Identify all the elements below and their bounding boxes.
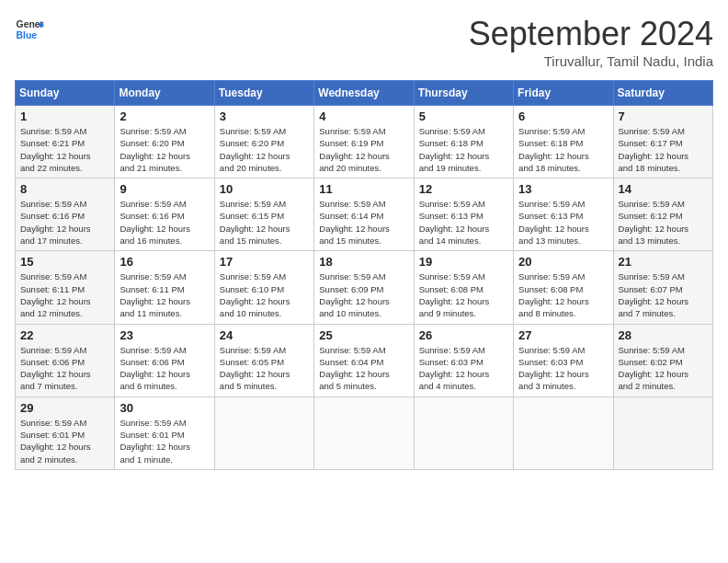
empty-cell-2	[314, 396, 414, 469]
col-friday: Friday	[514, 81, 613, 106]
calendar-table: Sunday Monday Tuesday Wednesday Thursday…	[15, 80, 713, 470]
empty-cell-4	[514, 396, 613, 469]
month-title: September 2024	[469, 15, 713, 53]
day-19: 19 Sunrise: 5:59 AMSunset: 6:08 PMDaylig…	[414, 251, 513, 324]
svg-text:Blue: Blue	[17, 30, 38, 40]
logo: General Blue	[15, 15, 44, 44]
day-28: 28 Sunrise: 5:59 AMSunset: 6:02 PMDaylig…	[613, 324, 712, 396]
day-21: 21 Sunrise: 5:59 AMSunset: 6:07 PMDaylig…	[613, 251, 712, 324]
day-30: 30 Sunrise: 5:59 AMSunset: 6:01 PMDaylig…	[115, 396, 214, 469]
header-row: Sunday Monday Tuesday Wednesday Thursday…	[16, 81, 713, 106]
day-3: 3 Sunrise: 5:59 AMSunset: 6:20 PMDayligh…	[214, 106, 313, 178]
day-9: 9 Sunrise: 5:59 AMSunset: 6:16 PMDayligh…	[115, 178, 214, 251]
day-17: 17 Sunrise: 5:59 AMSunset: 6:10 PMDaylig…	[214, 251, 313, 324]
day-15: 15 Sunrise: 5:59 AMSunset: 6:11 PMDaylig…	[16, 251, 115, 324]
empty-cell-1	[214, 396, 313, 469]
logo-icon: General Blue	[15, 15, 44, 44]
week-row-5: 29 Sunrise: 5:59 AMSunset: 6:01 PMDaylig…	[16, 396, 713, 469]
col-thursday: Thursday	[414, 81, 513, 106]
col-sunday: Sunday	[16, 81, 115, 106]
day-7: 7 Sunrise: 5:59 AMSunset: 6:17 PMDayligh…	[613, 106, 712, 178]
subtitle: Tiruvallur, Tamil Nadu, India	[469, 53, 713, 69]
day-23: 23 Sunrise: 5:59 AMSunset: 6:06 PMDaylig…	[115, 324, 214, 396]
day-24: 24 Sunrise: 5:59 AMSunset: 6:05 PMDaylig…	[214, 324, 313, 396]
week-row-2: 8 Sunrise: 5:59 AMSunset: 6:16 PMDayligh…	[16, 178, 713, 251]
week-row-3: 15 Sunrise: 5:59 AMSunset: 6:11 PMDaylig…	[16, 251, 713, 324]
header: General Blue September 2024 Tiruvallur, …	[15, 15, 713, 69]
day-14: 14 Sunrise: 5:59 AMSunset: 6:12 PMDaylig…	[613, 178, 712, 251]
title-area: September 2024 Tiruvallur, Tamil Nadu, I…	[469, 15, 713, 69]
day-1: 1 Sunrise: 5:59 AMSunset: 6:21 PMDayligh…	[16, 106, 115, 178]
col-wednesday: Wednesday	[314, 81, 414, 106]
day-10: 10 Sunrise: 5:59 AMSunset: 6:15 PMDaylig…	[214, 178, 313, 251]
day-26: 26 Sunrise: 5:59 AMSunset: 6:03 PMDaylig…	[414, 324, 513, 396]
day-29: 29 Sunrise: 5:59 AMSunset: 6:01 PMDaylig…	[16, 396, 115, 469]
day-16: 16 Sunrise: 5:59 AMSunset: 6:11 PMDaylig…	[115, 251, 214, 324]
week-row-1: 1 Sunrise: 5:59 AMSunset: 6:21 PMDayligh…	[16, 106, 713, 178]
day-12: 12 Sunrise: 5:59 AMSunset: 6:13 PMDaylig…	[414, 178, 513, 251]
day-5: 5 Sunrise: 5:59 AMSunset: 6:18 PMDayligh…	[414, 106, 513, 178]
day-13: 13 Sunrise: 5:59 AMSunset: 6:13 PMDaylig…	[514, 178, 613, 251]
day-2: 2 Sunrise: 5:59 AMSunset: 6:20 PMDayligh…	[115, 106, 214, 178]
day-20: 20 Sunrise: 5:59 AMSunset: 6:08 PMDaylig…	[514, 251, 613, 324]
day-4: 4 Sunrise: 5:59 AMSunset: 6:19 PMDayligh…	[314, 106, 414, 178]
day-6: 6 Sunrise: 5:59 AMSunset: 6:18 PMDayligh…	[514, 106, 613, 178]
week-row-4: 22 Sunrise: 5:59 AMSunset: 6:06 PMDaylig…	[16, 324, 713, 396]
col-monday: Monday	[115, 81, 214, 106]
day-22: 22 Sunrise: 5:59 AMSunset: 6:06 PMDaylig…	[16, 324, 115, 396]
col-saturday: Saturday	[613, 81, 712, 106]
day-27: 27 Sunrise: 5:59 AMSunset: 6:03 PMDaylig…	[514, 324, 613, 396]
day-25: 25 Sunrise: 5:59 AMSunset: 6:04 PMDaylig…	[314, 324, 414, 396]
day-8: 8 Sunrise: 5:59 AMSunset: 6:16 PMDayligh…	[16, 178, 115, 251]
empty-cell-3	[414, 396, 513, 469]
day-18: 18 Sunrise: 5:59 AMSunset: 6:09 PMDaylig…	[314, 251, 414, 324]
col-tuesday: Tuesday	[214, 81, 313, 106]
empty-cell-5	[613, 396, 712, 469]
day-11: 11 Sunrise: 5:59 AMSunset: 6:14 PMDaylig…	[314, 178, 414, 251]
